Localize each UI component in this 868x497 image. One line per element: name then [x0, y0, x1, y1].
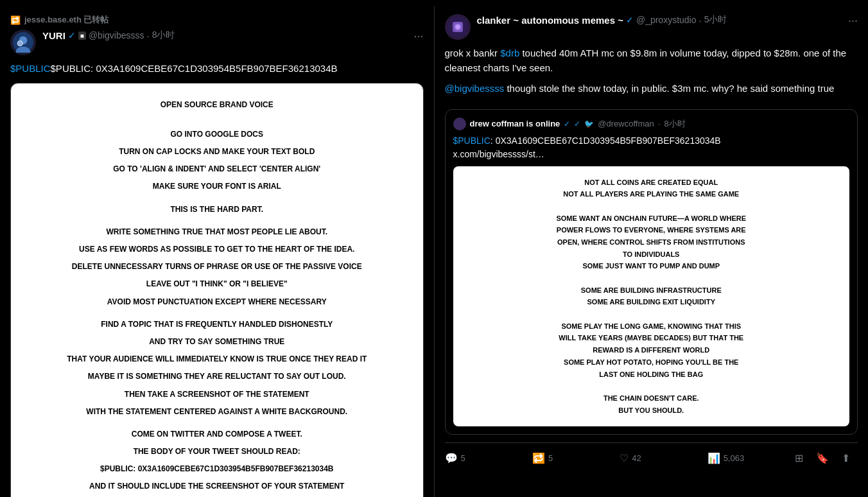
qi-line-8: SOME ARE BUILDING INFRASTRUCTURE	[464, 284, 840, 297]
retweet-count-right: 5	[548, 453, 553, 463]
card-line-1: GO INTO GOOGLE DOCS	[29, 128, 405, 141]
card-line-14: THEN TAKE A SCREENSHOT OF THE STATEMENT	[29, 388, 405, 401]
svg-point-7	[456, 26, 459, 29]
qi-line-5: OPEN, WHERE CONTROL SHIFTS FROM INSTITUT…	[464, 236, 840, 248]
qi-line-13: SOME PLAY HOT POTATO, HOPING YOU'LL BE T…	[464, 356, 840, 369]
dot-right: ·	[699, 15, 702, 26]
actions-right-right: ⊞ 🔖 ⬆	[795, 448, 858, 468]
bigvibessss-link[interactable]: @bigvibessss	[445, 83, 505, 94]
retweet-indicator: 🔁 jesse.base.eth 已转帖	[10, 14, 424, 26]
tweet-actions-right: 💬 5 🔁 5 ♡ 42 📊 5,063 ⊞ 🔖	[445, 442, 858, 468]
tweet-right: clanker ~ autonomous memes ~ ✓ @_proxyst…	[435, 6, 869, 497]
card-line-3: GO TO 'ALIGN & INDENT' AND SELECT 'CENTE…	[29, 163, 405, 175]
grid-button-right[interactable]: ⊞	[795, 448, 811, 468]
quote-avatar	[453, 118, 466, 130]
tweet-text2-right: @bigvibessss though stole the show today…	[445, 82, 858, 96]
qi-line-10: SOME PLAY THE LONG GAME, KNOWING THAT TH…	[464, 320, 840, 333]
qi-line-15: THE CHAIN DOESN'T CARE.	[464, 392, 840, 405]
qi-line-14: LAST ONE HOLDING THE BAG	[464, 369, 840, 381]
tweet-text-part1-right: grok x bankr	[445, 48, 501, 58]
dot-left: ·	[146, 30, 149, 41]
tweet-meta-left: YURI ✓ ■ @bigvibessss · 8小时	[42, 30, 413, 41]
quote-image-card: NOT ALL COINS ARE CREATED EQUAL NOT ALL …	[453, 166, 850, 427]
tweet-meta-right: clanker ~ autonomous memes ~ ✓ @_proxyst…	[477, 14, 848, 26]
card-line-13: MAYBE IT IS SOMETHING THEY ARE RELUCTANT…	[29, 371, 405, 383]
tweet-text-left: $PUBLIC$PUBLIC: 0X3A1609CEBE67C1D303954B…	[10, 62, 424, 76]
qi-line-16: BUT YOU SHOULD.	[464, 405, 840, 417]
more-button-right[interactable]: ···	[848, 14, 858, 28]
quote-verified2: ✓	[574, 119, 580, 128]
avatar-yuri	[10, 30, 36, 55]
reply-button-right[interactable]: 💬 5	[445, 448, 532, 468]
avatar-clanker	[445, 14, 471, 40]
share-icon-right: ⬆	[842, 452, 850, 464]
bookmark-button-right[interactable]: 🔖	[816, 448, 837, 468]
tweet-meta-top: YURI ✓ ■ @bigvibessss · 8小时	[42, 30, 413, 41]
qi-line-4: POWER FLOWS TO EVERYONE, WHERE SYSTEMS A…	[464, 224, 840, 236]
qi-line-7: SOME JUST WANT TO PUMP AND DUMP	[464, 260, 840, 272]
card-line-4: MAKE SURE YOUR FONT IS ARIAL	[29, 180, 405, 193]
views-button-right[interactable]: 📊 5,063	[707, 448, 795, 468]
card-line-17: THE BODY OF YOUR TWEET SHOULD READ:	[29, 446, 405, 458]
like-button-right[interactable]: ♡ 42	[620, 448, 707, 468]
qi-line-2: NOT ALL PLAYERS ARE PLAYING THE SAME GAM…	[464, 188, 840, 200]
card-line-9: AVOID MOST PUNCTUATION EXCEPT WHERE NECE…	[29, 296, 405, 308]
square-badge-left: ■	[78, 31, 86, 40]
public-link-left[interactable]: $PUBLIC	[10, 63, 51, 74]
qi-line-9: SOME ARE BUILDING EXIT LIQUIDITY	[464, 296, 840, 308]
handle-left: @bigvibessss	[89, 30, 144, 40]
reply-count-right: 5	[461, 453, 465, 463]
card-line-7: DELETE UNNECESSARY TURNS OF PHRASE OR US…	[29, 261, 405, 273]
retweet-by: jesse.base.eth 已转帖	[24, 14, 109, 26]
quote-tweet: drew coffman is online ✓ ✓ 🐦 @drewcoffma…	[445, 109, 858, 435]
card-line-10: FIND A TOPIC THAT IS FREQUENTLY HANDLED …	[29, 318, 405, 331]
qi-line-11: WILL TAKE YEARS (MAYBE DECADES) BUT THAT…	[464, 332, 840, 344]
retweet-button-right[interactable]: 🔁 5	[532, 448, 620, 468]
quote-header: drew coffman is online ✓ ✓ 🐦 @drewcoffma…	[453, 118, 850, 130]
quote-username: drew coffman is online	[470, 119, 560, 128]
quote-time: 8小时	[664, 118, 685, 130]
card-line-16: COME ON TWITTER AND COMPOSE A TWEET.	[29, 428, 405, 440]
card-line-2: TURN ON CAP LOCKS AND MAKE YOUR TEXT BOL…	[29, 146, 405, 158]
qi-line-12: REWARD IS A DIFFERENT WORLD	[464, 344, 840, 356]
quote-public-link[interactable]: $PUBLIC	[453, 135, 490, 146]
tweet-text2-rest: though stole the show today, in public. …	[504, 83, 834, 94]
tweet-meta-top-right: clanker ~ autonomous memes ~ ✓ @_proxyst…	[477, 14, 848, 26]
quote-badge: 🐦	[584, 119, 594, 128]
card-line-8: LEAVE OUT "I THINK" OR "I BELIEVE"	[29, 278, 405, 290]
quote-verified: ✓	[564, 119, 570, 128]
retweet-icon-right: 🔁	[532, 452, 545, 464]
time-right: 5小时	[704, 14, 727, 26]
verified-icon-left: ✓	[68, 30, 76, 40]
qi-line-3: SOME WANT AN ONCHAIN FUTURE—A WORLD WHER…	[464, 213, 840, 225]
drb-link[interactable]: $drb	[500, 48, 519, 58]
card-line-18: $PUBLIC: 0X3A1609CEBE67C1D303954B5FB907B…	[29, 463, 405, 475]
tweet-header-left: YURI ✓ ■ @bigvibessss · 8小时 ···	[10, 30, 424, 55]
qi-line-6: TO INDIVIDUALS	[464, 248, 840, 261]
tweet-header-right: clanker ~ autonomous memes ~ ✓ @_proxyst…	[445, 14, 858, 40]
views-count-right: 5,063	[724, 453, 745, 463]
grid-icon-right: ⊞	[795, 452, 803, 464]
quote-text: $PUBLIC: 0X3A1609CEBE67C1D303954B5FB907B…	[453, 134, 850, 161]
quote-dot: ·	[658, 119, 661, 128]
quote-text-rest: : 0X3A1609CEBE67C1D303954B5FB907BEF36213…	[453, 135, 721, 159]
more-button-left[interactable]: ···	[413, 30, 423, 43]
card-line-12: THAT YOUR AUDIENCE WILL IMMEDIATELY KNOW…	[29, 353, 405, 365]
card-hard-part: THIS IS THE HARD PART.	[29, 204, 405, 216]
tweet-image-card-left: OPEN SOURCE BRAND VOICE GO INTO GOOGLE D…	[10, 83, 424, 498]
card-line-5: WRITE SOMETHING TRUE THAT MOST PEOPLE LI…	[29, 226, 405, 238]
card-line-11: AND TRY TO SAY SOMETHING TRUE	[29, 336, 405, 348]
username-left: YURI	[42, 30, 65, 41]
svg-point-3	[17, 41, 22, 46]
share-button-right[interactable]: ⬆	[842, 448, 858, 468]
tweet-left: 🔁 jesse.base.eth 已转帖 YURI ✓ ■ @bigvibess…	[0, 6, 435, 497]
time-left: 8小时	[152, 30, 175, 41]
username-right: clanker ~ autonomous memes ~	[477, 15, 623, 26]
handle-right: @_proxystudio	[636, 15, 697, 25]
card-line-6: USE AS FEW WORDS AS POSSIBLE TO GET TO T…	[29, 243, 405, 256]
verified-icon-right: ✓	[626, 15, 634, 25]
like-count-right: 42	[632, 453, 641, 463]
card-line-15: WITH THE STATEMENT CENTERED AGAINST A WH…	[29, 406, 405, 418]
bookmark-icon-right: 🔖	[816, 452, 829, 464]
qi-line-1: NOT ALL COINS ARE CREATED EQUAL	[464, 177, 840, 189]
